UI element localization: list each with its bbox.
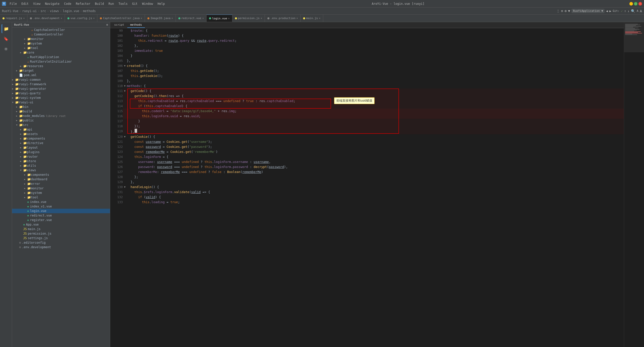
tree-item-directive[interactable]: ▶ 📁 directive	[12, 141, 110, 145]
tree-item-ruoyi-system[interactable]: ▶ 📁 ruoyi-system	[12, 96, 110, 100]
tab-env-dev[interactable]: .env.development ×	[27, 15, 65, 22]
tree-item-api[interactable]: ▶ 📁 api	[12, 127, 110, 132]
tree-item-tool[interactable]: ▶ 📁 tool	[12, 46, 110, 50]
breadcrumb-project[interactable]: RuoYi-Vue	[2, 9, 18, 13]
tree-item-index-vue[interactable]: ◈ index.vue	[12, 200, 110, 204]
breadcrumb-methods[interactable]: methods	[83, 9, 96, 13]
tab-request-js[interactable]: request.js ×	[0, 15, 27, 22]
tree-item-ruoyi-servlet[interactable]: ☕ RuoYiServletInitializer	[12, 59, 110, 64]
code-content[interactable]: $route: {	[127, 28, 624, 33]
tree-item-build[interactable]: ▶ 📁 build	[12, 109, 110, 114]
tab-redirect[interactable]: redirect.vue ×	[176, 15, 207, 22]
git-push[interactable]: ↓	[628, 9, 629, 13]
tree-item-layout[interactable]: ▶ 📁 layout	[12, 145, 110, 150]
tab-vue-config[interactable]: vue.config.js ×	[65, 15, 97, 22]
tree-item-index-v1-vue[interactable]: ◈ index_v1.vue	[12, 204, 110, 209]
menu-bar[interactable]: File Edit View Navigate Code Refactor Bu…	[8, 2, 167, 6]
tree-item-pom[interactable]: 📄 pom.xml	[12, 73, 110, 77]
tree-item-router[interactable]: ▶ 📁 router	[12, 154, 110, 159]
nav-forward[interactable]: ▶	[610, 9, 611, 13]
tree-item-settings-js[interactable]: JS settings.js	[12, 236, 110, 240]
tab-close-main[interactable]: ×	[319, 17, 320, 20]
tab-login-vue[interactable]: login.vue ×	[207, 15, 232, 22]
tree-item-error[interactable]: ▶ 📁 error	[12, 182, 110, 186]
maximize-button[interactable]: □	[634, 2, 637, 6]
toolbar-icon-align[interactable]: ≡	[561, 9, 563, 13]
tab-close-env-prod[interactable]: ×	[296, 17, 298, 20]
menu-window[interactable]: Window	[140, 2, 155, 6]
menu-run[interactable]: Run	[106, 2, 116, 6]
tree-item-views-system[interactable]: ▶ 📁 system	[12, 191, 110, 195]
font-increase[interactable]: A	[640, 9, 642, 13]
tab-close-imageio[interactable]: ×	[172, 17, 173, 20]
tab-permission[interactable]: permission.js ×	[232, 15, 265, 22]
tab-close-login[interactable]: ×	[228, 17, 230, 20]
tree-item-register-vue[interactable]: ◈ register.vue	[12, 218, 110, 222]
bookmarks-icon[interactable]: 🔖	[2, 34, 11, 43]
tree-item-monitor[interactable]: ▶ 📁 monitor	[12, 37, 110, 41]
structure-icon[interactable]: ⊟	[2, 44, 11, 53]
menu-build[interactable]: Build	[93, 2, 106, 6]
tree-item-permission-js[interactable]: JS permission.js	[12, 231, 110, 236]
tree-item-ruoyi-framework[interactable]: ▶ 📁 ruoyi-framework	[12, 82, 110, 86]
tree-item-views[interactable]: ▼ 📁 views	[12, 168, 110, 172]
menu-code[interactable]: Code	[62, 2, 73, 6]
breadcrumb-src[interactable]: src	[41, 9, 46, 13]
tab-close-captcha[interactable]: ×	[141, 17, 142, 20]
tree-item-env-dev-file[interactable]: ⚙ .env.development	[12, 245, 110, 249]
tab-close-env[interactable]: ×	[61, 17, 62, 20]
menu-edit[interactable]: Edit	[19, 2, 31, 6]
tree-item-ruoyi-generator[interactable]: ▶ 📁 ruoyi-generator	[12, 86, 110, 91]
tree-item-assets[interactable]: ▶ 📁 assets	[12, 132, 110, 136]
close-button[interactable]: ×	[638, 2, 642, 6]
tree-item-ruoyi-common[interactable]: ▶ 📁 ruoyi-common	[12, 77, 110, 82]
menu-file[interactable]: File	[8, 2, 19, 6]
breadcrumb-file[interactable]: login.vue	[63, 9, 79, 13]
tree-item-plugins[interactable]: ▶ 📁 plugins	[12, 150, 110, 154]
tree-item-public[interactable]: ▶ 📁 public	[12, 118, 110, 123]
project-selector[interactable]: RuoYiApplication ▼	[572, 9, 605, 13]
tree-item-views-components[interactable]: ▶ 📁 components	[12, 172, 110, 177]
menu-view[interactable]: View	[31, 2, 43, 6]
tab-script[interactable]: script	[111, 22, 127, 28]
tree-item-ruoyi-ui[interactable]: ▼ 📁 ruoyi-ui	[12, 100, 110, 105]
nav-back[interactable]: ◀	[606, 9, 608, 13]
tree-item-components[interactable]: ▶ 📁 components	[12, 136, 110, 141]
tab-close-vue-config[interactable]: ×	[93, 17, 95, 20]
toolbar-icon-more[interactable]: ▼	[568, 9, 570, 13]
tree-item-target[interactable]: ▶ 📁 target	[12, 68, 110, 73]
tab-close-request[interactable]: ×	[23, 17, 25, 20]
tree-item-system[interactable]: ▶ 📁 system	[12, 41, 110, 46]
menu-tools[interactable]: Tools	[116, 2, 130, 6]
window-controls[interactable]: – □ ×	[629, 2, 642, 6]
git-update[interactable]: ↑	[624, 9, 626, 13]
tree-item-resources[interactable]: ▶ 📁 resources	[12, 64, 110, 68]
tree-item-captcha-controller[interactable]: ☕ CaptchaController	[12, 28, 110, 32]
tree-item-src[interactable]: ▼ 📁 src	[12, 123, 110, 127]
menu-refactor[interactable]: Refactor	[74, 2, 92, 6]
tree-item-redirect-vue[interactable]: ◈ redirect.vue	[12, 213, 110, 218]
search-icon[interactable]: 🔍	[631, 9, 635, 13]
tab-close-permission[interactable]: ×	[261, 17, 262, 20]
menu-navigate[interactable]: Navigate	[43, 2, 62, 6]
tree-item-views-tool[interactable]: ▶ 📁 tool	[12, 195, 110, 200]
tree-item-dashboard[interactable]: ▶ 📁 dashboard	[12, 177, 110, 182]
tree-item-core[interactable]: ▶ 📁 core	[12, 50, 110, 55]
tab-imageio[interactable]: ImageIO.java ×	[145, 15, 176, 22]
breadcrumb-views[interactable]: views	[50, 9, 59, 13]
toolbar-icon-structure[interactable]: ⋮	[556, 9, 560, 13]
tree-item-utils[interactable]: ▶ 📁 utils	[12, 163, 110, 168]
tree-item-editorconfig[interactable]: ⚙ .editorconfig	[12, 240, 110, 245]
fold-indicator[interactable]	[123, 28, 127, 33]
tab-captcha-controller[interactable]: CaptchaController.java ×	[97, 15, 145, 22]
tab-main-js[interactable]: main.js ×	[301, 15, 323, 22]
tree-item-store[interactable]: ▶ 📁 store	[12, 159, 110, 163]
menu-help[interactable]: Help	[155, 2, 167, 6]
menu-git[interactable]: Git	[130, 2, 140, 6]
tree-item-ruoyi-app[interactable]: ☕ RuoYiApplication	[12, 55, 110, 59]
minimize-button[interactable]: –	[629, 2, 633, 6]
tree-item-common-controller[interactable]: ☕ CommonController	[12, 32, 110, 37]
code-area[interactable]: 99 $route: { 100 handler: function(route…	[110, 28, 624, 347]
code-editor[interactable]: script methods 99 $route: { 100	[110, 22, 624, 347]
tree-item-app-vue[interactable]: ◈ App.vue	[12, 222, 110, 227]
